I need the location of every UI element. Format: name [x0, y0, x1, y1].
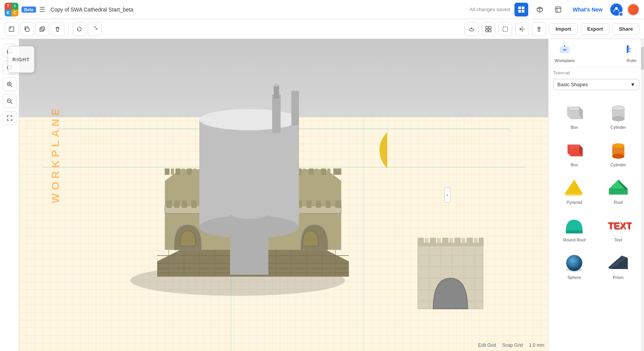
shape-label-box-gray: Box [571, 125, 578, 130]
shapes-category-label: Basic Shapes [557, 82, 588, 87]
shape-item-box-red[interactable]: Box [553, 134, 596, 171]
svg-rect-0 [518, 7, 521, 9]
shapes-grid: Box Cylinder [549, 94, 644, 286]
file-name[interactable]: Copy of SWA Cathedral Start_beta [51, 7, 133, 13]
svg-marker-23 [520, 28, 521, 31]
fit-view-btn[interactable] [3, 111, 16, 125]
align-btn[interactable] [532, 22, 546, 36]
beta-badge: Beta [21, 7, 36, 13]
shape-item-cylinder-orange[interactable]: Cylinder [597, 134, 640, 171]
canvas-background: WORKPLANE [19, 39, 548, 351]
svg-rect-57 [165, 169, 169, 175]
shape-item-roundroof[interactable]: Round Roof [553, 210, 596, 246]
shape-label-cylinder-orange: Cylinder [611, 162, 626, 167]
shape-preview-roof [603, 176, 634, 198]
svg-rect-13 [40, 28, 43, 31]
scrollbar-thumb[interactable] [641, 47, 644, 70]
duplicate-btn[interactable] [35, 22, 49, 36]
svg-point-187 [612, 154, 624, 158]
shape-item-text[interactable]: TEXT Text [597, 210, 640, 246]
shape-item-roof[interactable]: Roof [597, 172, 640, 208]
schematic-btn[interactable] [551, 3, 565, 16]
svg-rect-20 [489, 30, 491, 32]
workplane-icon [559, 44, 571, 57]
shape-item-sphere[interactable]: Sphere [553, 247, 596, 283]
svg-rect-88 [174, 201, 179, 208]
user-icon-btn[interactable]: + [610, 3, 623, 16]
svg-rect-85 [334, 169, 341, 175]
edit-grid-label[interactable]: Edit Grid [478, 343, 496, 348]
svg-point-186 [612, 143, 624, 148]
snap-grid-value[interactable]: 1.0 mm [529, 343, 544, 348]
header-right: All changes saved What's New [469, 3, 644, 16]
header: T I K C Beta ☰ Copy of SWA Cathedral Sta… [0, 0, 644, 19]
workplane-tool-btn[interactable] [465, 22, 478, 36]
workplane-label: WORKPLANE [49, 105, 62, 203]
tinkercad-logo[interactable]: T I K C [5, 3, 18, 16]
canvas-area[interactable]: WORKPLANE [19, 39, 548, 351]
svg-rect-17 [486, 26, 488, 29]
logo-t: T [5, 3, 12, 10]
new-file-btn[interactable] [5, 22, 18, 36]
svg-rect-1 [522, 7, 524, 9]
panel-top-tools: Workplane Ruler [549, 39, 644, 68]
shape-item-prism[interactable]: Prism [597, 247, 640, 283]
shape-item-box-gray[interactable]: Box [553, 97, 596, 133]
shape-item-pyramid[interactable]: Pyramid [553, 172, 596, 208]
group-btn[interactable] [481, 22, 495, 36]
shape-preview-prism [603, 251, 634, 274]
cube-face-right[interactable]: RIGHT [8, 46, 34, 73]
workplane-btn[interactable]: Workplane [555, 44, 575, 63]
zoom-in-btn[interactable] [3, 77, 16, 91]
shapes-category-dropdown[interactable]: Basic Shapes ▼ [553, 79, 639, 90]
import-btn[interactable]: Import [549, 23, 577, 34]
svg-point-15 [469, 29, 474, 31]
zoom-out-btn[interactable] [3, 94, 16, 108]
arch-object[interactable] [414, 228, 487, 313]
svg-rect-6 [555, 7, 561, 12]
shape-item-cylinder-gray[interactable]: Cylinder [597, 97, 640, 133]
shape-preview-sphere [559, 251, 590, 274]
save-status: All changes saved [469, 7, 510, 12]
svg-point-115 [274, 84, 279, 87]
shape-label-text: Text [614, 238, 622, 242]
export-btn[interactable]: Export [581, 23, 610, 34]
svg-marker-206 [627, 257, 628, 269]
svg-rect-116 [291, 91, 299, 125]
svg-line-36 [11, 102, 12, 104]
svg-rect-58 [171, 169, 174, 175]
shape-preview-cylinder-gray [603, 100, 634, 123]
delete-btn[interactable] [51, 22, 64, 36]
grid-view-btn[interactable] [514, 3, 528, 16]
logo-area: T I K C Beta ☰ Copy of SWA Cathedral Sta… [0, 3, 138, 16]
3d-view-btn[interactable] [533, 3, 547, 16]
avatar[interactable] [627, 3, 639, 16]
svg-rect-27 [538, 29, 540, 30]
svg-rect-146 [418, 243, 483, 246]
whats-new-btn[interactable]: What's New [570, 5, 606, 14]
svg-marker-192 [564, 180, 583, 195]
shape-label-sphere: Sphere [568, 275, 581, 280]
svg-rect-81 [309, 169, 314, 175]
svg-rect-60 [182, 169, 185, 175]
svg-rect-3 [522, 10, 524, 13]
panel-toggle-btn[interactable]: › [444, 187, 450, 203]
svg-rect-59 [176, 169, 180, 175]
3d-model[interactable]: › [88, 54, 387, 300]
shape-preview-pyramid [559, 176, 590, 198]
svg-rect-80 [303, 169, 306, 175]
share-btn[interactable]: Share [613, 23, 639, 34]
shape-preview-text: TEXT [603, 213, 634, 236]
redo-btn[interactable] [88, 22, 102, 36]
left-panel [0, 39, 19, 351]
shape-label-pyramid: Pyramid [567, 200, 582, 205]
copy-btn[interactable] [20, 22, 34, 36]
svg-rect-19 [486, 30, 488, 32]
svg-point-117 [380, 121, 387, 179]
mirror-btn[interactable] [515, 22, 529, 36]
ungroup-btn[interactable] [498, 22, 512, 36]
undo-btn[interactable] [72, 22, 86, 36]
view-cube[interactable]: RIGHT [8, 46, 34, 73]
svg-text:TEXT: TEXT [608, 220, 632, 231]
ruler-btn[interactable]: Ruler [626, 44, 638, 63]
